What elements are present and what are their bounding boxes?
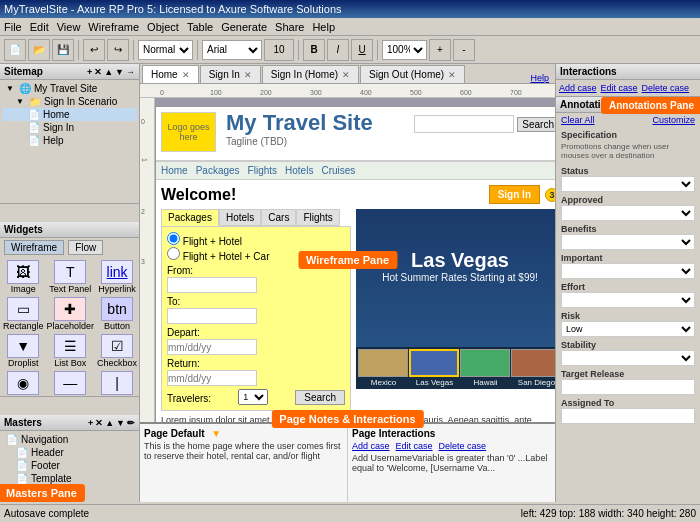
- thumb-mexico[interactable]: Mexico: [358, 349, 409, 387]
- zoom-out-button[interactable]: -: [453, 39, 475, 61]
- widget-checkbox[interactable]: ☑ Checkbox: [97, 334, 137, 368]
- tab-signout-home-close[interactable]: ✕: [448, 70, 456, 80]
- master-footer[interactable]: 📄 Footer: [2, 459, 137, 472]
- widget-textpanel[interactable]: T Text Panel: [47, 260, 95, 294]
- underline-button[interactable]: U: [351, 39, 373, 61]
- menu-view[interactable]: View: [57, 21, 81, 33]
- target-release-input[interactable]: [561, 379, 695, 395]
- sitemap-add-icon[interactable]: +: [87, 67, 92, 77]
- wireframe-tab[interactable]: Wireframe: [4, 240, 64, 255]
- int-add-case[interactable]: Add case: [352, 441, 390, 451]
- thumb-hawaii[interactable]: Hawaii: [460, 349, 511, 387]
- add-case-link[interactable]: Add case: [559, 83, 597, 93]
- tree-item-mytravelsite[interactable]: ▼ 🌐 My Travel Site: [2, 82, 137, 95]
- tab-signin[interactable]: Sign In ✕: [200, 65, 261, 83]
- travelers-select[interactable]: 1: [238, 389, 268, 405]
- widget-button[interactable]: btn Button: [97, 297, 137, 331]
- nav-cruises[interactable]: Cruises: [321, 165, 355, 176]
- search-button[interactable]: Search: [517, 117, 555, 132]
- open-button[interactable]: 📂: [28, 39, 50, 61]
- tree-item-help[interactable]: 📄 Help: [2, 134, 137, 147]
- widget-hline[interactable]: — Horizontal Line: [47, 371, 95, 397]
- important-select[interactable]: [561, 263, 695, 279]
- benefits-select[interactable]: [561, 234, 695, 250]
- status-select[interactable]: [561, 176, 695, 192]
- edit-case-link[interactable]: Edit case: [601, 83, 638, 93]
- menu-object[interactable]: Object: [147, 21, 179, 33]
- menu-generate[interactable]: Generate: [221, 21, 267, 33]
- stability-select[interactable]: [561, 350, 695, 366]
- nav-home[interactable]: Home: [161, 165, 188, 176]
- tree-item-home[interactable]: 📄 Home: [2, 108, 137, 121]
- widget-image[interactable]: 🖼 Image: [3, 260, 44, 294]
- widget-vline[interactable]: | Vertical Line: [97, 371, 137, 397]
- sitemap-delete-icon[interactable]: ✕: [94, 67, 102, 77]
- tab-home-close[interactable]: ✕: [182, 70, 190, 80]
- tab-hotels[interactable]: Hotels: [219, 209, 261, 226]
- menu-share[interactable]: Share: [275, 21, 304, 33]
- master-navigation[interactable]: 📄 Navigation: [2, 433, 137, 446]
- widget-radio[interactable]: ◉ Radio Button: [3, 371, 44, 397]
- zoom-dropdown[interactable]: 100%: [382, 40, 427, 60]
- masters-edit-icon[interactable]: ✏: [127, 418, 135, 428]
- undo-button[interactable]: ↩: [83, 39, 105, 61]
- flow-tab[interactable]: Flow: [68, 240, 103, 255]
- widget-placeholder[interactable]: ✚ Placeholder: [47, 297, 95, 331]
- widget-listbox[interactable]: ☰ List Box: [47, 334, 95, 368]
- nav-flights[interactable]: Flights: [248, 165, 277, 176]
- tab-home[interactable]: Home ✕: [142, 65, 199, 83]
- tab-cars[interactable]: Cars: [261, 209, 296, 226]
- tab-signin-home-close[interactable]: ✕: [342, 70, 350, 80]
- tree-item-signin[interactable]: 📄 Sign In: [2, 121, 137, 134]
- int-delete-case[interactable]: Delete case: [439, 441, 487, 451]
- save-button[interactable]: 💾: [52, 39, 74, 61]
- tab-signin-home[interactable]: Sign In (Home) ✕: [262, 65, 359, 83]
- menu-edit[interactable]: Edit: [30, 21, 49, 33]
- help-link[interactable]: Help: [530, 73, 549, 83]
- masters-add-icon[interactable]: +: [88, 418, 93, 428]
- italic-button[interactable]: I: [327, 39, 349, 61]
- clear-all-link[interactable]: Clear All: [561, 115, 595, 125]
- return-input[interactable]: [167, 370, 257, 386]
- sitemap-up-icon[interactable]: ▲: [104, 67, 113, 77]
- depart-input[interactable]: [167, 339, 257, 355]
- effort-select[interactable]: [561, 292, 695, 308]
- thumb-sandiego[interactable]: San Diego: [511, 349, 555, 387]
- menu-wireframe[interactable]: Wireframe: [88, 21, 139, 33]
- font-size[interactable]: 10: [264, 39, 294, 61]
- from-input[interactable]: [167, 277, 257, 293]
- signin-button[interactable]: Sign In: [489, 185, 540, 204]
- search-input[interactable]: [414, 115, 514, 133]
- assigned-to-input[interactable]: [561, 408, 695, 424]
- sitemap-indent-icon[interactable]: →: [126, 67, 135, 77]
- nav-packages[interactable]: Packages: [196, 165, 240, 176]
- masters-delete-icon[interactable]: ✕: [95, 418, 103, 428]
- sitemap-down-icon[interactable]: ▼: [115, 67, 124, 77]
- master-header[interactable]: 📄 Header: [2, 446, 137, 459]
- thumb-lasvegas[interactable]: Las Vegas: [409, 349, 460, 387]
- menu-file[interactable]: File: [4, 21, 22, 33]
- font-dropdown[interactable]: Arial: [202, 40, 262, 60]
- radio-1[interactable]: Flight + Hotel: [167, 232, 345, 247]
- tab-packages[interactable]: Packages: [161, 209, 219, 226]
- new-button[interactable]: 📄: [4, 39, 26, 61]
- int-edit-case[interactable]: Edit case: [396, 441, 433, 451]
- zoom-in-button[interactable]: +: [429, 39, 451, 61]
- tab-signout-home[interactable]: Sign Out (Home) ✕: [360, 65, 465, 83]
- menu-help[interactable]: Help: [312, 21, 335, 33]
- risk-select[interactable]: Low: [561, 321, 695, 337]
- tree-item-signin-scenario[interactable]: ▼ 📁 Sign In Scenario: [2, 95, 137, 108]
- menu-table[interactable]: Table: [187, 21, 213, 33]
- nav-hotels[interactable]: Hotels: [285, 165, 313, 176]
- bold-button[interactable]: B: [303, 39, 325, 61]
- customize-link[interactable]: Customize: [652, 115, 695, 125]
- masters-down-icon[interactable]: ▼: [116, 418, 125, 428]
- approved-select[interactable]: [561, 205, 695, 221]
- search-form-button[interactable]: Search: [295, 390, 345, 405]
- tab-signin-close[interactable]: ✕: [244, 70, 252, 80]
- to-input[interactable]: [167, 308, 257, 324]
- style-dropdown[interactable]: Normal: [138, 40, 193, 60]
- widget-hyperlink[interactable]: link Hyperlink: [97, 260, 137, 294]
- wireframe-canvas[interactable]: Wireframe Pane Logo goes here My Travel …: [140, 98, 555, 422]
- widget-rectangle[interactable]: ▭ Rectangle: [3, 297, 44, 331]
